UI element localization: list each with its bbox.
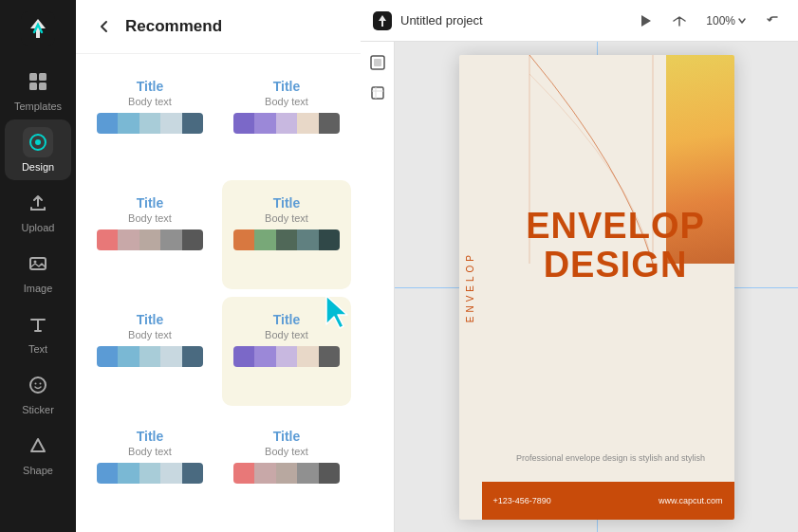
palette-swatch [182,229,203,250]
template-card[interactable]: TitleBody text [85,180,214,289]
canvas-toolbar: Untitled project 100% [361,0,798,42]
palette-swatch [276,463,297,484]
palette-swatch [118,346,139,367]
card-title: Title [137,79,164,94]
palette-swatch [160,463,181,484]
resize-tool[interactable] [364,80,391,106]
palette-swatch [319,346,340,367]
zoom-control[interactable]: 100% [700,10,752,31]
sidebar-item-label: Shape [23,465,53,476]
palette-swatch [319,113,340,134]
sidebar-item-design[interactable]: Design [5,119,71,180]
canvas-side-tools [361,42,395,532]
card-palette [233,229,340,250]
palette-swatch [118,229,139,250]
card-palette [97,346,203,367]
main-canvas: Untitled project 100% [361,0,798,532]
svg-rect-2 [39,73,46,81]
palette-swatch [139,463,160,484]
design-canvas[interactable]: ENVELOP ENVELOP DESIGN Professiona [459,55,734,520]
panel-title: Recommend [125,17,222,36]
sidebar-item-shape[interactable]: Shape [5,423,71,484]
palette-swatch [97,463,118,484]
background-tool[interactable] [364,49,391,76]
back-button[interactable] [91,13,118,40]
shape-icon [23,431,53,461]
palette-swatch [160,229,181,250]
template-card[interactable]: TitleBody text [85,413,214,523]
palette-swatch [276,113,297,134]
card-body: Body text [265,96,308,107]
palette-swatch [118,113,139,134]
card-palette [97,463,203,484]
palette-swatch [182,463,203,484]
svg-point-11 [40,383,42,385]
sidebar-item-label: Text [28,343,47,355]
card-body: Body text [128,446,172,457]
template-card[interactable]: TitleBody text [222,297,351,406]
card-title: Title [273,195,301,211]
card-body: Body text [265,329,308,340]
text-icon [23,309,53,339]
palette-swatch [139,113,160,134]
card-body: Body text [128,329,172,340]
palette-swatch [182,113,203,134]
svg-point-8 [34,261,37,264]
undo-button[interactable] [760,8,787,34]
design-icon [23,127,53,157]
toolbar-logo [372,10,393,31]
sidebar-item-text[interactable]: Text [5,302,71,362]
palette-swatch [297,346,318,367]
palette-swatch [233,113,254,134]
svg-point-10 [35,383,37,385]
image-icon [23,248,53,279]
upload-icon [23,188,53,218]
card-palette [233,346,340,367]
templates-icon [23,66,53,97]
canvas-area: ENVELOP ENVELOP DESIGN Professiona [361,42,798,532]
template-card[interactable]: TitleBody text [222,180,351,289]
sidebar-item-sticker[interactable]: Sticker [5,362,71,423]
sidebar-item-image[interactable]: Image [5,241,71,302]
palette-swatch [233,463,254,484]
card-palette [97,113,203,134]
sidebar-item-upload[interactable]: Upload [5,180,71,241]
template-card[interactable]: TitleBody text [222,413,351,523]
app-logo [19,9,57,47]
svg-rect-3 [29,83,37,90]
footer-phone: +123-456-7890 [493,496,551,505]
template-card[interactable]: TitleBody text [222,64,351,173]
envelope-footer: +123-456-7890 www.capcut.com [482,482,734,520]
share-button[interactable] [666,8,693,34]
template-card[interactable]: TitleBody text [85,297,214,406]
envelope-title-line2: DESIGN [507,246,725,285]
templates-panel: Recommend TitleBody textTitleBody textTi… [76,0,361,532]
palette-swatch [233,346,254,367]
palette-swatch [118,463,139,484]
sticker-icon [23,370,53,400]
palette-swatch [297,113,318,134]
svg-marker-14 [641,15,651,27]
palette-swatch [160,113,181,134]
palette-swatch [276,229,297,250]
panel-header: Recommend [76,0,361,54]
sidebar-item-templates[interactable]: Templates [5,59,71,119]
envelope-side-text: ENVELOP [465,251,475,322]
palette-swatch [319,229,340,250]
play-button[interactable] [632,8,659,34]
svg-rect-7 [30,258,46,269]
template-card[interactable]: TitleBody text [85,64,214,173]
footer-website: www.capcut.com [659,496,723,505]
palette-swatch [182,346,203,367]
envelope-main-text: ENVELOP DESIGN [507,207,725,286]
card-title: Title [273,79,301,94]
svg-rect-1 [29,73,37,81]
card-body: Body text [128,96,172,107]
palette-swatch [97,346,118,367]
project-name[interactable]: Untitled project [400,13,483,28]
card-palette [97,229,203,250]
palette-swatch [160,346,181,367]
sidebar-item-label: Templates [14,101,62,112]
sidebar: Templates Design Upload Image [0,0,76,532]
svg-point-6 [35,139,41,145]
